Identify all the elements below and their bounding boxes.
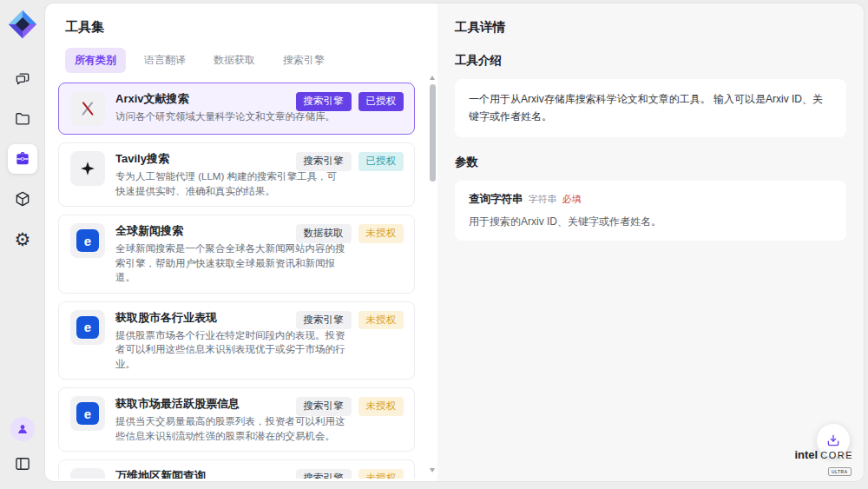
news-icon: e [70,396,105,431]
intel-core-logo: intel core ultra [794,448,853,477]
params-heading: 参数 [455,155,846,170]
tool-list-panel: 工具集 所有类别语言翻译数据获取搜索引擎 Arxiv文献搜索 访问各个研究领域大… [45,3,437,481]
page-title: 工具集 [65,19,417,36]
scroll-down-arrow[interactable] [428,466,437,474]
parameter-list: 查询字符串字符串必填用于搜索的Arxiv ID、关键字或作者姓名。 [455,181,846,241]
auth-status-badge: 未授权 [358,469,404,479]
parameter-item: 查询字符串字符串必填用于搜索的Arxiv ID、关键字或作者姓名。 [455,181,846,241]
category-badge: 搜索引擎 [296,92,352,111]
tool-description: 提供股票市场各个行业在特定时间段内的表现。投资者可以利用这些信息来识别表现优于或… [115,328,345,372]
param-required-badge: 必填 [562,193,582,206]
intro-box: 一个用于从Arxiv存储库搜索科学论文和文章的工具。 输入可以是Arxiv ID… [455,79,846,137]
download-icon [825,433,841,448]
param-type: 字符串 [529,193,557,206]
category-badge: 搜索引擎 [296,152,352,171]
category-tab[interactable]: 搜索引擎 [273,48,334,73]
news-icon: e [70,310,105,345]
tool-description: 专为人工智能代理 (LLM) 构建的搜索引擎工具，可快速提供实时、准确和真实的结… [115,169,345,198]
tool-card[interactable]: e 获取股市各行业表现 提供股票市场各个行业在特定时间段内的表现。投资者可以利用… [58,301,415,380]
category-badge: 搜索引擎 [296,469,352,479]
sidebar: ⚙ [0,0,45,489]
newspaper-icon [70,468,105,479]
intro-heading: 工具介绍 [455,53,846,69]
param-name: 查询字符串 [469,192,523,207]
tool-card[interactable]: e 获取市场最活跃股票信息 提供当天交易量最高的股票列表，投资者可以利用这些信息… [58,387,415,452]
news-icon: e [70,223,105,258]
scroll-up-arrow[interactable] [428,73,437,82]
category-tab[interactable]: 数据获取 [204,48,265,73]
param-description: 用于搜索的Arxiv ID、关键字或作者姓名。 [469,215,832,229]
auth-status-badge: 未授权 [358,397,404,416]
folder-icon[interactable] [8,104,37,134]
tool-description: 全球新闻搜索是一个聚合全球各大新闻网站内容的搜索引擎，帮助用户快速获取全球最新资… [115,241,345,285]
category-badge: 搜索引擎 [296,397,352,416]
main-window: 工具集 所有类别语言翻译数据获取搜索引擎 Arxiv文献搜索 访问各个研究领域大… [45,3,864,481]
category-tabs: 所有类别语言翻译数据获取搜索引擎 [65,48,417,73]
package-icon[interactable] [8,184,37,214]
tool-card[interactable]: Tavily搜索 专为人工智能代理 (LLM) 构建的搜索引擎工具，可快速提供实… [58,142,415,207]
list-scrollbar [428,73,437,474]
tool-detail-panel: 工具详情 工具介绍 一个用于从Arxiv存储库搜索科学论文和文章的工具。 输入可… [437,3,864,481]
auth-status-badge: 已授权 [358,152,404,171]
category-tab[interactable]: 所有类别 [65,48,126,73]
settings-gear-icon[interactable]: ⚙ [8,224,37,254]
tool-card[interactable]: e 全球新闻搜索 全球新闻搜索是一个聚合全球各大新闻网站内容的搜索引擎，帮助用户… [58,215,415,294]
auth-status-badge: 未授权 [358,311,404,330]
auth-status-badge: 未授权 [358,224,404,243]
tool-card[interactable]: 万维地区新闻查询 查询具体行政区划内的新闻，快速了解各地新闻动 搜索引擎 未授权 [58,459,415,479]
toolbox-icon[interactable] [8,144,37,174]
tool-description: 提供当天交易量最高的股票列表，投资者可以利用这些信息来识别流动性强的股票和潜在的… [115,414,345,443]
arxiv-icon [70,91,105,126]
collapse-panel-icon[interactable] [8,449,37,479]
detail-title: 工具详情 [455,19,846,36]
tool-card-list: Arxiv文献搜索 访问各个研究领域大量科学论文和文章的存储库。 搜索引擎 已授… [45,81,437,479]
intro-text: 一个用于从Arxiv存储库搜索科学论文和文章的工具。 输入可以是Arxiv ID… [469,90,832,126]
category-badge: 数据获取 [296,224,352,243]
auth-status-badge: 已授权 [358,92,404,111]
app-logo-icon [7,9,38,40]
tavily-icon [70,151,105,186]
user-avatar[interactable] [10,417,35,441]
tool-description: 访问各个研究领域大量科学论文和文章的存储库。 [115,109,335,124]
scrollbar-thumb[interactable] [430,84,436,182]
tool-card[interactable]: Arxiv文献搜索 访问各个研究领域大量科学论文和文章的存储库。 搜索引擎 已授… [58,83,415,135]
chat-icon[interactable] [8,64,37,94]
category-tab[interactable]: 语言翻译 [135,48,195,73]
category-badge: 搜索引擎 [296,311,352,330]
